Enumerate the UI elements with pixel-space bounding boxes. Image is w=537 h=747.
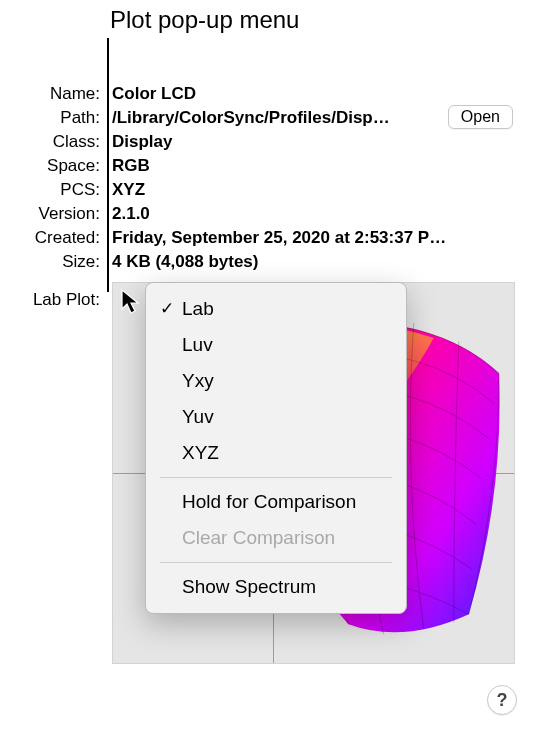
row-created: Created: Friday, September 25, 2020 at 2… (18, 226, 513, 250)
menu-item-label: Lab (182, 295, 214, 323)
menu-separator (160, 562, 392, 563)
menu-item-label: Show Spectrum (182, 573, 316, 601)
menu-item-xyz[interactable]: XYZ (146, 435, 406, 471)
value-name: Color LCD (112, 82, 513, 106)
value-version: 2.1.0 (112, 202, 513, 226)
value-class: Display (112, 130, 513, 154)
row-class: Class: Display (18, 130, 513, 154)
cursor-icon (121, 289, 143, 315)
row-path: Path: /Library/ColorSync/Profiles/Disp… … (18, 106, 513, 130)
label-plot: Lab Plot: (18, 288, 104, 312)
menu-item-label: Yuv (182, 403, 214, 431)
help-button[interactable]: ? (487, 685, 517, 715)
label-class: Class: (18, 130, 104, 154)
value-size: 4 KB (4,088 bytes) (112, 250, 513, 274)
label-version: Version: (18, 202, 104, 226)
check-icon: ✓ (160, 295, 182, 323)
label-name: Name: (18, 82, 104, 106)
value-pcs: XYZ (112, 178, 513, 202)
menu-item-yuv[interactable]: Yuv (146, 399, 406, 435)
row-name: Name: Color LCD (18, 82, 513, 106)
menu-item-label: XYZ (182, 439, 219, 467)
value-path: /Library/ColorSync/Profiles/Disp… (112, 106, 392, 130)
menu-item-hold-for-comparison[interactable]: Hold for Comparison (146, 484, 406, 520)
menu-item-lab[interactable]: ✓ Lab (146, 291, 406, 327)
menu-item-clear-comparison: Clear Comparison (146, 520, 406, 556)
label-space: Space: (18, 154, 104, 178)
label-created: Created: (18, 226, 104, 250)
label-pcs: PCS: (18, 178, 104, 202)
menu-item-label: Luv (182, 331, 213, 359)
menu-item-yxy[interactable]: Yxy (146, 363, 406, 399)
row-pcs: PCS: XYZ (18, 178, 513, 202)
menu-item-luv[interactable]: Luv (146, 327, 406, 363)
label-size: Size: (18, 250, 104, 274)
row-space: Space: RGB (18, 154, 513, 178)
open-button[interactable]: Open (448, 105, 513, 129)
menu-item-label: Hold for Comparison (182, 488, 356, 516)
plot-popup-menu: ✓ Lab Luv Yxy Yuv XYZ Hold for Compariso… (145, 282, 407, 614)
menu-separator (160, 477, 392, 478)
row-size: Size: 4 KB (4,088 bytes) (18, 250, 513, 274)
row-version: Version: 2.1.0 (18, 202, 513, 226)
value-created: Friday, September 25, 2020 at 2:53:37 P… (112, 226, 513, 250)
annotation-label: Plot pop-up menu (110, 6, 299, 34)
menu-item-show-spectrum[interactable]: Show Spectrum (146, 569, 406, 605)
label-path: Path: (18, 106, 104, 130)
menu-item-label: Yxy (182, 367, 214, 395)
menu-item-label: Clear Comparison (182, 524, 335, 552)
value-space: RGB (112, 154, 513, 178)
